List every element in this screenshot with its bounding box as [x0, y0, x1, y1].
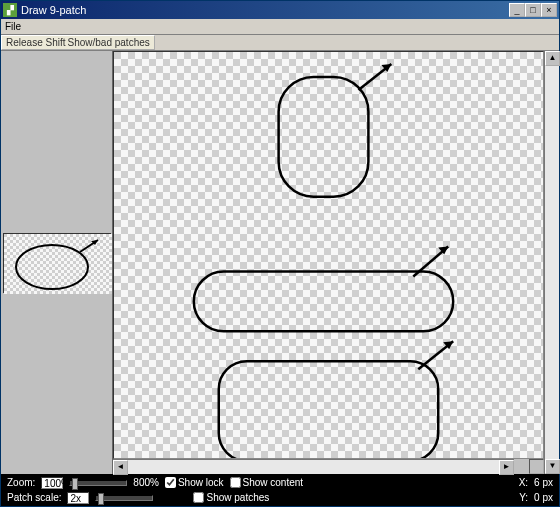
menubar: File	[1, 19, 559, 35]
side-panel	[1, 51, 113, 474]
statusbar: Zoom: 100% 800% Show lock Show content X…	[1, 474, 559, 506]
scroll-down-icon[interactable]: ▼	[545, 459, 560, 474]
svg-rect-9	[114, 52, 543, 458]
canvas-area: ◄ ► ▲ ▼	[113, 51, 559, 474]
close-button[interactable]: ×	[541, 3, 557, 17]
scrollbar-horizontal[interactable]: ◄ ►	[113, 459, 514, 474]
zoom-label: Zoom:	[7, 477, 35, 488]
workarea: ◄ ► ▲ ▼	[1, 51, 559, 474]
minimize-button[interactable]: _	[509, 3, 525, 17]
zoom-value[interactable]: 100%	[41, 477, 63, 489]
toolbar: Release Shift Show/bad patches	[1, 35, 559, 51]
zoom-slider[interactable]	[69, 480, 127, 486]
patch-scale-label: Patch scale:	[7, 492, 61, 503]
x-coord-label: X:	[519, 477, 528, 488]
x-coord-value: 6 px	[534, 477, 553, 488]
canvas[interactable]	[113, 51, 544, 459]
app-window: ▞ Draw 9-patch _ □ × File Release Shift …	[0, 0, 560, 507]
thumbnail[interactable]	[3, 233, 111, 293]
patch-scale-value[interactable]: 2x	[67, 492, 89, 504]
toolbox: Release Shift Show/bad patches	[1, 35, 155, 50]
scroll-corner	[529, 459, 544, 474]
y-coord-label: Y:	[519, 492, 528, 503]
titlebar[interactable]: ▞ Draw 9-patch _ □ ×	[1, 1, 559, 19]
window-title: Draw 9-patch	[21, 4, 509, 16]
scroll-right-icon[interactable]: ►	[499, 460, 514, 475]
release-shift-label[interactable]: Release Shift	[6, 37, 65, 48]
scroll-up-icon[interactable]: ▲	[545, 51, 560, 66]
show-content-checkbox[interactable]: Show content	[230, 477, 304, 488]
menu-file[interactable]: File	[5, 21, 21, 32]
y-coord-value: 0 px	[534, 492, 553, 503]
scroll-left-icon[interactable]: ◄	[113, 460, 128, 475]
show-lock-checkbox[interactable]: Show lock	[165, 477, 224, 488]
patch-scale-slider[interactable]	[95, 495, 153, 501]
zoom-max: 800%	[133, 477, 159, 488]
show-patches-checkbox[interactable]: Show patches	[193, 492, 269, 503]
app-icon: ▞	[3, 3, 17, 17]
maximize-button[interactable]: □	[525, 3, 541, 17]
scrollbar-vertical[interactable]: ▲ ▼	[544, 51, 559, 474]
show-bad-patches-label[interactable]: Show/bad patches	[67, 37, 149, 48]
